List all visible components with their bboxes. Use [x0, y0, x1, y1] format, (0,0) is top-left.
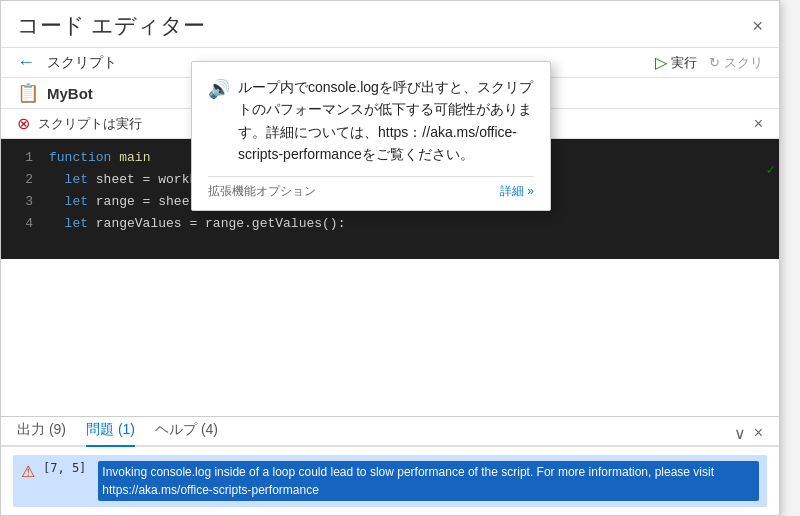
- script-action-label: スクリ: [724, 54, 763, 72]
- tooltip-footer: 拡張機能オプション 詳細 »: [208, 176, 534, 200]
- back-button[interactable]: ←: [17, 52, 35, 73]
- error-message: Invoking console.log inside of a loop co…: [98, 461, 759, 501]
- error-list-item: ⚠ [7, 5] Invoking console.log inside of …: [13, 455, 767, 507]
- line-content-4: let rangeValues = range.getValues():: [49, 213, 771, 235]
- run-icon: ▷: [655, 53, 667, 72]
- tab-output-label: 出力: [17, 421, 49, 437]
- panel-controls: ∨ ×: [734, 424, 763, 443]
- run-button[interactable]: ▷ 実行: [655, 53, 697, 72]
- speaker-icon: 🔊: [208, 78, 230, 100]
- tooltip-body-text: ループ内でconsole.logを呼び出すと、スクリプトのパフォーマンスが低下す…: [238, 76, 534, 166]
- refresh-icon: ↻: [709, 55, 720, 70]
- tab-help-label: ヘルプ: [155, 421, 201, 437]
- window-close-button[interactable]: ×: [752, 17, 763, 35]
- panel-close-button[interactable]: ×: [754, 424, 763, 442]
- gutter-check-icon: ✓: [767, 161, 775, 178]
- tab-problems-label: 問題: [86, 421, 118, 437]
- tab-output-count: (9): [49, 421, 66, 437]
- bottom-tabs: 出力 (9) 問題 (1) ヘルプ (4) ∨ ×: [1, 417, 779, 447]
- line-number-1: 1: [9, 147, 33, 169]
- line-number-4: 4: [9, 213, 33, 235]
- script-file-icon: 📋: [17, 82, 39, 104]
- script-name: MyBot: [47, 85, 93, 102]
- bottom-panel: 出力 (9) 問題 (1) ヘルプ (4) ∨ × ⚠ [7, 5] Invok…: [1, 416, 779, 515]
- tab-help[interactable]: ヘルプ (4): [155, 421, 218, 445]
- tab-problems[interactable]: 問題 (1): [86, 421, 135, 447]
- script-action-button[interactable]: ↻ スクリ: [709, 54, 763, 72]
- title-bar: コード エディター ×: [1, 1, 779, 48]
- warning-icon: ⚠: [21, 462, 35, 481]
- tab-problems-count: (1): [118, 421, 135, 437]
- editor-title: コード エディター: [17, 11, 205, 41]
- scripts-label: スクリプト: [47, 54, 117, 72]
- tooltip-popup: 🔊 ループ内でconsole.logを呼び出すと、スクリプトのパフォーマンスが低…: [191, 61, 551, 211]
- code-line-4: 4 let rangeValues = range.getValues():: [1, 213, 779, 235]
- line-number-2: 2: [9, 169, 33, 191]
- tab-help-count: (4): [201, 421, 218, 437]
- run-label: 実行: [671, 54, 697, 72]
- error-position: [7, 5]: [43, 461, 86, 475]
- tab-output[interactable]: 出力 (9): [17, 421, 66, 445]
- error-bar-text: スクリプトは実行: [38, 115, 142, 133]
- error-bar-close-button[interactable]: ×: [754, 115, 763, 133]
- panel-collapse-button[interactable]: ∨: [734, 424, 746, 443]
- tooltip-options-label: 拡張機能オプション: [208, 183, 316, 200]
- line-number-3: 3: [9, 191, 33, 213]
- editor-window: コード エディター × ← スクリプト ▷ 実行 ↻ スクリ 📋 MyBot ⊗…: [0, 0, 780, 516]
- tooltip-header: 🔊 ループ内でconsole.logを呼び出すと、スクリプトのパフォーマンスが低…: [208, 76, 534, 166]
- tooltip-detail-link[interactable]: 詳細 »: [500, 183, 534, 200]
- error-list: ⚠ [7, 5] Invoking console.log inside of …: [1, 447, 779, 515]
- error-icon: ⊗: [17, 114, 30, 133]
